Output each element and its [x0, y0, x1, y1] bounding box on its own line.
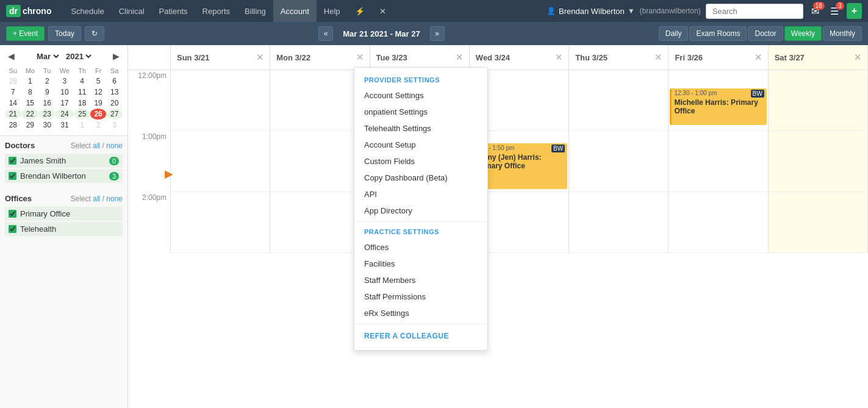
year-select[interactable]: 2021 [63, 51, 93, 62]
cell-sat-1200[interactable] [769, 70, 868, 131]
office-checkbox-telehealth[interactable] [9, 225, 16, 233]
view-examrooms-btn[interactable]: Exam Rooms [689, 26, 747, 41]
nav-clinical[interactable]: Clinical [112, 0, 152, 22]
nav-close-icon[interactable]: ✕ [372, 0, 393, 22]
select-all-offices[interactable]: all [93, 195, 100, 203]
cell-fri-200[interactable] [669, 192, 768, 253]
search-input[interactable] [706, 4, 803, 19]
next-month-btn[interactable]: ▶ [110, 50, 123, 62]
cell-sat-200[interactable] [769, 192, 868, 253]
mini-cal-day[interactable]: 14 [5, 98, 21, 109]
user-dropdown-arrow[interactable]: ▼ [628, 7, 635, 15]
select-all-doctors[interactable]: all [93, 141, 100, 150]
dropdown-staff-permissions[interactable]: Staff Permissions [354, 288, 487, 305]
mini-cal-day[interactable]: 10 [55, 87, 74, 98]
mini-cal-day[interactable]: 12 [90, 87, 106, 98]
dropdown-onpatient-settings[interactable]: onpatient Settings [354, 104, 487, 120]
mini-cal-day[interactable]: 4 [74, 76, 90, 87]
refresh-btn[interactable]: ↻ [85, 26, 104, 41]
mini-cal-day[interactable]: 29 [21, 120, 39, 131]
mini-cal-day[interactable]: 31 [55, 120, 74, 131]
cell-thu-100[interactable] [569, 131, 669, 192]
dropdown-custom-fields[interactable]: Custom Fields [354, 153, 487, 170]
nav-patients[interactable]: Patients [152, 0, 195, 22]
doctor-checkbox-james[interactable] [9, 157, 16, 165]
dropdown-refer-colleague[interactable]: REFER A COLLEAGUE [354, 327, 487, 345]
mini-cal-day[interactable]: 8 [21, 87, 39, 98]
cell-sat-100[interactable] [769, 131, 868, 192]
month-select[interactable]: Mar [34, 51, 61, 62]
mini-cal-day[interactable]: 27 [106, 109, 123, 120]
mini-cal-day[interactable]: 17 [55, 98, 74, 109]
nav-schedule[interactable]: Schedule [63, 0, 111, 22]
next-week-btn[interactable]: » [430, 26, 445, 41]
cell-thu-1200[interactable] [569, 70, 669, 131]
doctor-checkbox-brendan[interactable] [9, 172, 16, 180]
mon-close[interactable]: ✕ [356, 52, 364, 62]
mini-cal-day[interactable]: 7 [5, 87, 21, 98]
fri-close[interactable]: ✕ [755, 52, 762, 62]
cell-fri-100[interactable] [669, 131, 768, 192]
add-event-btn[interactable]: + Event [6, 26, 45, 41]
sat-close[interactable]: ✕ [854, 52, 861, 62]
mini-cal-day[interactable]: 11 [74, 87, 90, 98]
cell-thu-200[interactable] [569, 192, 669, 253]
select-none-doctors[interactable]: none [106, 141, 123, 150]
dropdown-facilities[interactable]: Facilities [354, 256, 487, 272]
prev-month-btn[interactable]: ◀ [5, 50, 18, 62]
cell-sun-200[interactable] [171, 192, 270, 253]
mini-cal-day[interactable]: 25 [74, 109, 90, 120]
mail-icon-btn[interactable]: ✉ 18 [808, 4, 822, 18]
sun-close[interactable]: ✕ [256, 52, 264, 62]
mini-cal-day[interactable]: 5 [90, 76, 106, 87]
mini-cal-day[interactable]: 1 [74, 120, 90, 131]
dropdown-account-setup[interactable]: Account Setup [354, 137, 487, 153]
nav-reports[interactable]: Reports [195, 0, 238, 22]
user-name[interactable]: Brendan Wilberton [559, 7, 625, 16]
add-btn[interactable]: + [847, 3, 862, 19]
dropdown-erx-settings[interactable]: eRx Settings [354, 305, 487, 321]
view-doctor-btn[interactable]: Doctor [748, 26, 783, 41]
appt-michelle[interactable]: 12:30 - 1:00 pm BW Michelle Harris: Prim… [670, 88, 766, 125]
thu-close[interactable]: ✕ [655, 52, 662, 62]
dropdown-api[interactable]: API [354, 186, 487, 202]
mini-cal-day[interactable]: 9 [39, 87, 55, 98]
view-monthly-btn[interactable]: Monthly [823, 26, 862, 41]
view-daily-btn[interactable]: Daily [659, 26, 689, 41]
nav-account[interactable]: Account [273, 0, 317, 22]
mini-cal-day[interactable]: 30 [39, 120, 55, 131]
prev-week-btn[interactable]: « [318, 26, 333, 41]
mini-cal-day[interactable]: 28 [5, 120, 21, 131]
dropdown-copy-dashboard[interactable]: Copy Dashboard (Beta) [354, 170, 487, 186]
mini-cal-day[interactable]: 22 [21, 109, 39, 120]
mini-cal-day[interactable]: 21 [5, 109, 21, 120]
mini-cal-day[interactable]: 3 [55, 76, 74, 87]
view-weekly-btn[interactable]: Weekly [784, 26, 822, 41]
dropdown-app-directory[interactable]: App Directory [354, 202, 487, 219]
nav-help[interactable]: Help [317, 0, 348, 22]
mini-cal-day[interactable]: 16 [39, 98, 55, 109]
mini-cal-day[interactable]: 28 [5, 76, 21, 87]
tue-close[interactable]: ✕ [456, 52, 463, 62]
mini-cal-day[interactable]: 24 [55, 109, 74, 120]
cell-sun-1200[interactable] [171, 70, 270, 131]
mini-cal-day[interactable]: 15 [21, 98, 39, 109]
cell-fri-1200[interactable]: 12:30 - 1:00 pm BW Michelle Harris: Prim… [669, 70, 768, 131]
dropdown-offices[interactable]: Offices [354, 239, 487, 256]
wed-close[interactable]: ✕ [555, 52, 562, 62]
dropdown-account-settings[interactable]: Account Settings [354, 87, 487, 104]
mini-cal-day[interactable]: 1 [21, 76, 39, 87]
select-none-offices[interactable]: none [106, 195, 123, 203]
mini-cal-day[interactable]: 19 [90, 98, 106, 109]
mini-cal-day[interactable]: 20 [106, 98, 123, 109]
mini-cal-day[interactable]: 2 [90, 120, 106, 131]
mini-cal-day[interactable]: 23 [39, 109, 55, 120]
nav-billing[interactable]: Billing [237, 0, 273, 22]
today-btn[interactable]: Today [48, 26, 81, 41]
mini-cal-day[interactable]: 13 [106, 87, 123, 98]
dropdown-telehealth-settings[interactable]: Telehealth Settings [354, 120, 487, 137]
list-icon-btn[interactable]: ☰ 3 [827, 4, 842, 18]
cell-sun-100[interactable] [171, 131, 270, 192]
mini-cal-day[interactable]: 2 [39, 76, 55, 87]
mini-cal-day[interactable]: 18 [74, 98, 90, 109]
